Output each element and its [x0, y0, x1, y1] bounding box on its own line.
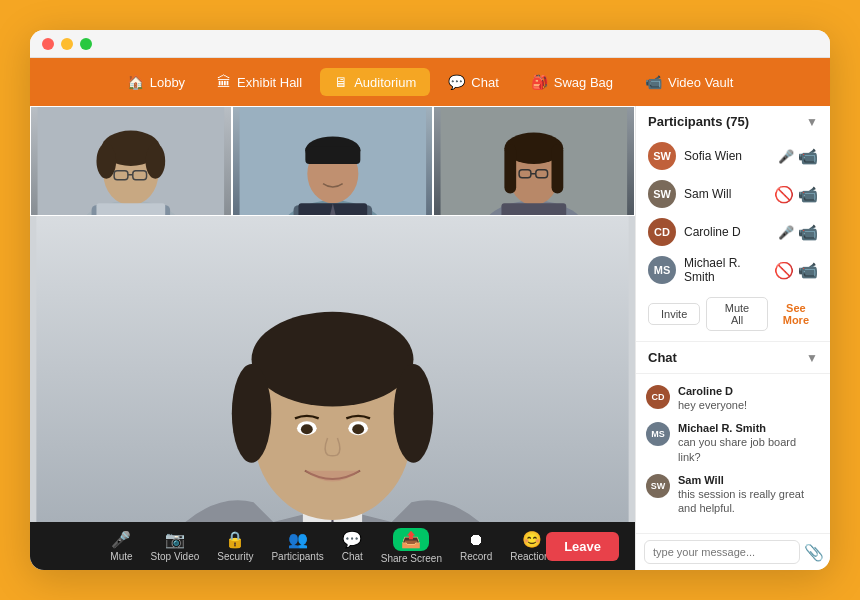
toolbar-record-label: Record [460, 551, 492, 562]
toolbar-security[interactable]: 🔒 Security [217, 530, 253, 562]
svg-point-40 [301, 424, 313, 434]
share-icon: 📤 [393, 528, 429, 551]
svg-point-5 [96, 143, 116, 178]
svg-rect-24 [552, 144, 564, 193]
see-more-button[interactable]: See More [774, 302, 818, 326]
participant-row: SW Sam Will 🚫 📹 [636, 175, 830, 213]
avatar-sam: SW [648, 180, 676, 208]
invite-button[interactable]: Invite [648, 303, 700, 325]
cam-icon-sofia: 📹 [798, 147, 818, 166]
video-thumb-3[interactable] [433, 106, 635, 216]
chat-message-1: CD Caroline D hey everyone! [636, 380, 830, 417]
chat-input-row: 📎 ➤ [636, 533, 830, 570]
minimize-dot[interactable] [61, 38, 73, 50]
nav-exhibit-label: Exhibit Hall [237, 75, 302, 90]
svg-rect-10 [96, 203, 165, 215]
participant-row: CD Caroline D 🎤 📹 [636, 213, 830, 251]
attachment-icon[interactable]: 📎 [804, 543, 824, 562]
chat-sender-sam: Sam Will [678, 474, 820, 486]
close-dot[interactable] [42, 38, 54, 50]
leave-button[interactable]: Leave [546, 532, 619, 561]
toolbar-chat-label: Chat [342, 551, 363, 562]
nav-swag-bag[interactable]: 🎒 Swag Bag [517, 68, 627, 96]
exhibit-icon: 🏛 [217, 74, 231, 90]
maximize-dot[interactable] [80, 38, 92, 50]
participants-heading: Participants (75) [648, 114, 749, 129]
chat-header: Chat ▼ [636, 342, 830, 374]
people-icon: 👥 [288, 530, 308, 549]
toolbar-video-label: Stop Video [151, 551, 200, 562]
toolbar-participants-label: Participants [271, 551, 323, 562]
nav-video-vault[interactable]: 📹 Video Vault [631, 68, 747, 96]
screen-icon: 🖥 [334, 74, 348, 90]
video-icon: 📹 [645, 74, 662, 90]
chat-avatar-sam: SW [646, 474, 670, 498]
mic-icon-caroline: 🎤 [778, 225, 794, 240]
toolbar-mute[interactable]: 🎤 Mute [110, 530, 132, 562]
chat-sender-caroline: Caroline D [678, 385, 820, 397]
mic-icon-sam: 🚫 [774, 185, 794, 204]
record-icon: ⏺ [468, 531, 484, 549]
chat-input[interactable] [644, 540, 800, 564]
toolbar-share-screen[interactable]: 📤 Share Screen [381, 528, 442, 564]
home-icon: 🏠 [127, 74, 144, 90]
mute-all-button[interactable]: Mute All [706, 297, 767, 331]
participant-name-sam: Sam Will [684, 187, 766, 201]
participant-icons-michael: 🚫 📹 [774, 261, 818, 280]
chat-icon: 💬 [448, 74, 465, 90]
chat-chevron[interactable]: ▼ [806, 351, 818, 365]
avatar-michael: MS [648, 256, 676, 284]
svg-rect-16 [305, 146, 360, 164]
participants-chevron[interactable]: ▼ [806, 115, 818, 129]
mic-icon-sofia: 🎤 [778, 149, 794, 164]
chat-message-2: MS Michael R. Smith can you share job bo… [636, 417, 830, 469]
chat-sender-michael: Michael R. Smith [678, 422, 820, 434]
nav-exhibit-hall[interactable]: 🏛 Exhibit Hall [203, 68, 316, 96]
mute-icon: 🎤 [111, 530, 131, 549]
participant-name-sofia: Sofia Wien [684, 149, 770, 163]
svg-point-41 [352, 424, 364, 434]
toolbar-chat[interactable]: 💬 Chat [342, 530, 363, 562]
toolbar-security-label: Security [217, 551, 253, 562]
avatar-caroline: CD [648, 218, 676, 246]
nav-chat-label: Chat [471, 75, 498, 90]
cam-icon-michael: 📹 [798, 261, 818, 280]
toolbar-participants[interactable]: 👥 Participants [271, 530, 323, 562]
participant-row: SW Sofia Wien 🎤 📹 [636, 137, 830, 175]
avatar-sofia: SW [648, 142, 676, 170]
toolbar-stop-video[interactable]: 📷 Stop Video [151, 530, 200, 562]
participant-icons-sofia: 🎤 📹 [778, 147, 818, 166]
nav-auditorium-label: Auditorium [354, 75, 416, 90]
nav-lobby-label: Lobby [150, 75, 185, 90]
video-thumb-2[interactable] [232, 106, 434, 216]
chat-heading: Chat [648, 350, 677, 365]
toolbar: 🎤 Mute 📷 Stop Video 🔒 Security 👥 Partici… [30, 522, 635, 570]
lock-icon: 🔒 [225, 530, 245, 549]
video-area: 🎤 Mute 📷 Stop Video 🔒 Security 👥 Partici… [30, 106, 635, 570]
chat-tb-icon: 💬 [342, 530, 362, 549]
chat-text-caroline: hey everyone! [678, 398, 820, 412]
nav-lobby[interactable]: 🏠 Lobby [113, 68, 199, 96]
right-panel: Participants (75) ▼ SW Sofia Wien 🎤 📹 SW… [635, 106, 830, 570]
cam-icon-caroline: 📹 [798, 223, 818, 242]
main-window: 🏠 Lobby 🏛 Exhibit Hall 🖥 Auditorium 💬 Ch… [30, 30, 830, 570]
toolbar-mute-label: Mute [110, 551, 132, 562]
mic-icon-michael: 🚫 [774, 261, 794, 280]
chat-avatar-caroline: CD [646, 385, 670, 409]
nav-vault-label: Video Vault [668, 75, 733, 90]
chat-section: Chat ▼ CD Caroline D hey everyone! MS [636, 342, 830, 570]
nav-swag-label: Swag Bag [554, 75, 613, 90]
svg-point-37 [394, 364, 433, 463]
svg-rect-28 [502, 203, 567, 215]
send-icon[interactable]: ➤ [828, 543, 830, 562]
toolbar-record[interactable]: ⏺ Record [460, 531, 492, 562]
nav-auditorium[interactable]: 🖥 Auditorium [320, 68, 430, 96]
chat-text-sam: this session is really great and helpful… [678, 487, 820, 516]
chat-message-3: SW Sam Will this session is really great… [636, 469, 830, 521]
video-thumb-1[interactable] [30, 106, 232, 216]
participant-name-caroline: Caroline D [684, 225, 770, 239]
toolbar-share-label: Share Screen [381, 553, 442, 564]
chat-messages: CD Caroline D hey everyone! MS Michael R… [636, 374, 830, 533]
camera-icon: 📷 [165, 530, 185, 549]
nav-chat[interactable]: 💬 Chat [434, 68, 512, 96]
